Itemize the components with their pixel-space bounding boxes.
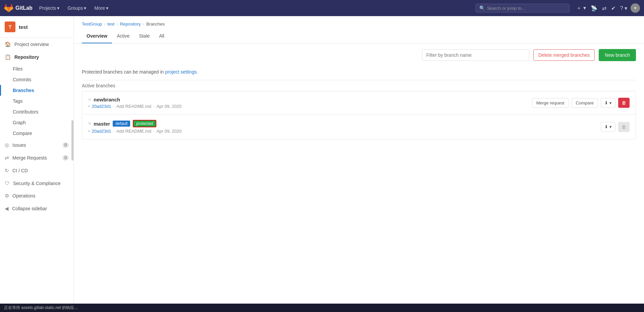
todo-icon[interactable]: ✔ (610, 4, 617, 13)
commit-message: Add README.md (116, 104, 151, 109)
sidebar-item-merge-requests[interactable]: ⇄ Merge Requests 0 (0, 151, 73, 164)
commit-dot-icon: • (88, 129, 90, 134)
navbar: GitLab Projects ▾ Groups ▾ More ▾ 🔍 ＋ ▾ … (0, 0, 644, 16)
branches-table: ⑂ newbranch • 20ad23d1 · Add README.md ·… (82, 91, 636, 139)
merge-request-icon[interactable]: ⇄ (601, 4, 608, 13)
shield-icon: 🛡 (5, 180, 10, 186)
commit-date: Apr 09, 2020 (157, 104, 181, 109)
toolbar: Delete merged branches New branch (74, 44, 644, 66)
mr-icon: ⇄ (5, 155, 9, 161)
table-row: ⑂ newbranch • 20ad23d1 · Add README.md ·… (82, 91, 636, 115)
sidebar-item-branches[interactable]: Branches (0, 85, 73, 96)
mr-badge: 0 (62, 155, 69, 161)
sidebar: T test 🏠 Project overview 📋 Repository F… (0, 16, 74, 312)
protected-info: Protected branches can be managed in pro… (74, 66, 644, 80)
navbar-icons: ＋ ▾ 📡 ⇄ ✔ ? ▾ ▾ (575, 3, 640, 13)
delete-branch-button-disabled[interactable]: 🗑 (618, 122, 630, 132)
branch-actions-newbranch: Merge request Compare ⬇ ▾ 🗑 (532, 98, 630, 108)
branch-commit-master: • 20ad23d1 · Add README.md · Apr 09, 202… (88, 129, 601, 134)
breadcrumb-test[interactable]: test (107, 21, 114, 27)
main-content: TestGroup › test › Repository › Branches… (74, 16, 644, 312)
navbar-projects[interactable]: Projects ▾ (37, 4, 62, 12)
sidebar-item-issues[interactable]: ◎ Issues 0 (0, 139, 73, 151)
search-bar[interactable]: 🔍 (476, 4, 570, 12)
issues-icon: ◎ (5, 142, 9, 148)
merge-request-button[interactable]: Merge request (532, 98, 569, 108)
statusbar-text: 正在等待 assets.gitlab-static.net 的响应... (4, 305, 77, 310)
search-input[interactable] (487, 6, 566, 11)
branch-info-newbranch: ⑂ newbranch • 20ad23d1 · Add README.md ·… (88, 97, 532, 109)
ops-icon: ⚙ (5, 193, 9, 199)
sidebar-item-graph[interactable]: Graph (0, 117, 73, 128)
branch-name-newbranch: newbranch (94, 97, 120, 102)
breadcrumb: TestGroup › test › Repository › Branches (74, 16, 644, 29)
commit-dot-icon: • (88, 104, 90, 109)
project-name: test (19, 24, 28, 30)
issues-badge: 0 (62, 142, 69, 148)
download-icon: ⬇ (604, 100, 608, 105)
sidebar-item-operations[interactable]: ⚙ Operations (0, 189, 73, 202)
book-icon: 📋 (5, 54, 11, 60)
dropdown-arrow-icon: ▾ (609, 124, 612, 129)
project-avatar: T (5, 21, 15, 32)
project-settings-link[interactable]: project settings. (165, 69, 198, 75)
branch-info-master: ⑂ master default protected • 20ad23d1 · … (88, 120, 601, 134)
compare-button[interactable]: Compare (572, 98, 598, 108)
navbar-more[interactable]: More ▾ (92, 4, 111, 12)
statusbar: 正在等待 assets.gitlab-static.net 的响应... (0, 304, 644, 312)
user-avatar[interactable]: ▾ (631, 3, 640, 13)
download-button[interactable]: ⬇ ▾ (601, 122, 615, 132)
delete-branch-button[interactable]: 🗑 (618, 98, 630, 108)
table-row: ⑂ master default protected • 20ad23d1 · … (82, 115, 636, 139)
sidebar-item-commits[interactable]: Commits (0, 74, 73, 85)
broadcast-icon[interactable]: 📡 (589, 4, 599, 13)
trash-icon: 🗑 (622, 124, 626, 130)
trash-icon: 🗑 (622, 100, 626, 105)
sidebar-item-cicd[interactable]: ↻ CI / CD (0, 164, 73, 177)
breadcrumb-testgroup[interactable]: TestGroup (82, 21, 102, 27)
download-icon: ⬇ (604, 124, 608, 129)
branch-name-master: master (94, 121, 110, 127)
commit-date: Apr 09, 2020 (157, 129, 181, 134)
branch-commit-newbranch: • 20ad23d1 · Add README.md · Apr 09, 202… (88, 104, 532, 109)
sidebar-item-project-overview[interactable]: 🏠 Project overview (0, 38, 73, 51)
sidebar-item-files[interactable]: Files (0, 63, 73, 74)
plus-icon[interactable]: ＋ ▾ (575, 3, 587, 13)
sidebar-item-security-compliance[interactable]: 🛡 Security & Compliance (0, 177, 73, 189)
sidebar-project[interactable]: T test (0, 16, 73, 38)
gitlab-wordmark: GitLab (15, 5, 33, 11)
delete-merged-button[interactable]: Delete merged branches (533, 49, 595, 61)
cicd-icon: ↻ (5, 168, 9, 174)
commit-hash-link[interactable]: 20ad23d1 (92, 129, 111, 134)
tab-overview[interactable]: Overview (82, 29, 112, 43)
collapse-icon: ◀ (5, 206, 9, 212)
help-icon[interactable]: ? ▾ (619, 4, 629, 13)
sidebar-nav: 🏠 Project overview 📋 Repository Files Co… (0, 38, 73, 312)
tab-active[interactable]: Active (112, 29, 134, 43)
sidebar-item-repository[interactable]: 📋 Repository (0, 51, 73, 63)
branches-section: Active branches ⑂ newbranch • 20ad23d1 · (74, 80, 644, 139)
commit-message: Add README.md (116, 129, 151, 134)
tab-all[interactable]: All (154, 29, 169, 43)
tab-stale[interactable]: Stale (134, 29, 154, 43)
navbar-groups[interactable]: Groups ▾ (65, 4, 89, 12)
branch-actions-master: ⬇ ▾ 🗑 (601, 122, 630, 132)
sidebar-item-compare[interactable]: Compare (0, 128, 73, 139)
breadcrumb-branches: Branches (146, 21, 165, 27)
gitlab-logo[interactable]: GitLab (4, 3, 33, 13)
badge-default: default (113, 121, 130, 127)
sidebar-item-contributors[interactable]: Contributors (0, 106, 73, 117)
home-icon: 🏠 (5, 41, 11, 47)
sidebar-item-tags[interactable]: Tags (0, 96, 73, 106)
download-button[interactable]: ⬇ ▾ (601, 98, 615, 108)
filter-input[interactable] (422, 49, 529, 61)
branch-icon: ⑂ (88, 121, 91, 126)
commit-hash-link[interactable]: 20ad23d1 (92, 104, 111, 109)
branches-section-title: Active branches (82, 80, 636, 91)
branch-icon: ⑂ (88, 97, 91, 102)
tabs: Overview Active Stale All (74, 29, 644, 44)
new-branch-button[interactable]: New branch (599, 49, 636, 61)
dropdown-arrow-icon: ▾ (609, 100, 612, 105)
breadcrumb-repository[interactable]: Repository (120, 21, 141, 27)
sidebar-item-collapse[interactable]: ◀ Collapse sidebar (0, 202, 73, 215)
